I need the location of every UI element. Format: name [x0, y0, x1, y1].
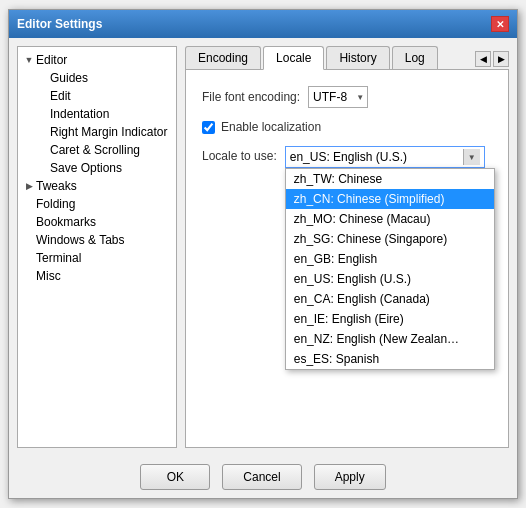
tab-locale[interactable]: Locale	[263, 46, 324, 70]
tree-item-right-margin[interactable]: Right Margin Indicator	[18, 123, 176, 141]
tree-label-tweaks: Tweaks	[36, 179, 77, 193]
tree-label-windows-tabs: Windows & Tabs	[36, 233, 124, 247]
tree-leaf-save-options	[36, 161, 50, 175]
tree-item-save-options[interactable]: Save Options	[18, 159, 176, 177]
tree-leaf-edit	[36, 89, 50, 103]
tree-label-misc: Misc	[36, 269, 61, 283]
locale-option-en_us[interactable]: en_US: English (U.S.)	[286, 269, 494, 289]
tree-item-folding[interactable]: Folding	[18, 195, 176, 213]
tab-bar: EncodingLocaleHistoryLog ◀ ▶	[185, 46, 509, 70]
tree-expand-editor[interactable]: ▼	[22, 53, 36, 67]
apply-button[interactable]: Apply	[314, 464, 386, 490]
file-font-encoding-row: File font encoding: UTF-8	[202, 86, 492, 108]
locale-option-zh_tw[interactable]: zh_TW: Chinese	[286, 169, 494, 189]
file-font-encoding-label: File font encoding:	[202, 90, 300, 104]
tab-nav-buttons: ◀ ▶	[475, 51, 509, 69]
locale-option-en_nz[interactable]: en_NZ: English (New Zealan…	[286, 329, 494, 349]
enable-localization-row: Enable localization	[202, 120, 492, 134]
bottom-bar: OK Cancel Apply	[9, 456, 517, 498]
tree-label-indentation: Indentation	[50, 107, 109, 121]
tree-leaf-guides	[36, 71, 50, 85]
tab-scroll-right[interactable]: ▶	[493, 51, 509, 67]
locale-option-en_ca[interactable]: en_CA: English (Canada)	[286, 289, 494, 309]
title-bar: Editor Settings ✕	[9, 10, 517, 38]
window-title: Editor Settings	[17, 17, 102, 31]
tree-item-windows-tabs[interactable]: Windows & Tabs	[18, 231, 176, 249]
tree-label-right-margin: Right Margin Indicator	[50, 125, 167, 139]
locale-to-use-row: Locale to use: en_US: English (U.S.) ▼ z…	[202, 146, 492, 168]
locale-option-en_gb[interactable]: en_GB: English	[286, 249, 494, 269]
locale-option-en_ie[interactable]: en_IE: English (Eire)	[286, 309, 494, 329]
tree-label-caret: Caret & Scrolling	[50, 143, 140, 157]
tree-label-edit: Edit	[50, 89, 71, 103]
tree-leaf-windows-tabs	[22, 233, 36, 247]
tree-expand-tweaks[interactable]: ▶	[22, 179, 36, 193]
locale-to-use-label: Locale to use:	[202, 146, 277, 163]
tree-item-editor[interactable]: ▼Editor	[18, 51, 176, 69]
locale-option-es_es[interactable]: es_ES: Spanish	[286, 349, 494, 369]
locale-option-zh_cn[interactable]: zh_CN: Chinese (Simplified)	[286, 189, 494, 209]
tree-item-tweaks[interactable]: ▶Tweaks	[18, 177, 176, 195]
tab-log[interactable]: Log	[392, 46, 438, 69]
tab-content-locale: File font encoding: UTF-8 Enable localiz…	[185, 70, 509, 448]
tab-scroll-left[interactable]: ◀	[475, 51, 491, 67]
locale-dropdown-container: en_US: English (U.S.) ▼ zh_TW: Chinesezh…	[285, 146, 485, 168]
file-font-encoding-select-wrapper: UTF-8	[308, 86, 368, 108]
tree-leaf-indentation	[36, 107, 50, 121]
file-font-encoding-select[interactable]: UTF-8	[308, 86, 368, 108]
tree-label-guides: Guides	[50, 71, 88, 85]
close-button[interactable]: ✕	[491, 16, 509, 32]
editor-settings-window: Editor Settings ✕ ▼EditorGuidesEditInden…	[8, 9, 518, 499]
tree-label-save-options: Save Options	[50, 161, 122, 175]
tree-leaf-misc	[22, 269, 36, 283]
tree-leaf-right-margin	[36, 125, 50, 139]
tab-encoding[interactable]: Encoding	[185, 46, 261, 69]
tree-leaf-terminal	[22, 251, 36, 265]
enable-localization-label: Enable localization	[221, 120, 321, 134]
right-panel: EncodingLocaleHistoryLog ◀ ▶ File font e…	[185, 46, 509, 448]
window-body: ▼EditorGuidesEditIndentationRight Margin…	[9, 38, 517, 456]
tree-item-indentation[interactable]: Indentation	[18, 105, 176, 123]
locale-dropdown-list: zh_TW: Chinesezh_CN: Chinese (Simplified…	[285, 168, 495, 370]
enable-localization-checkbox[interactable]	[202, 121, 215, 134]
tree-leaf-bookmarks	[22, 215, 36, 229]
tree-item-terminal[interactable]: Terminal	[18, 249, 176, 267]
locale-option-zh_mo[interactable]: zh_MO: Chinese (Macau)	[286, 209, 494, 229]
cancel-button[interactable]: Cancel	[222, 464, 301, 490]
locale-dropdown-arrow[interactable]: ▼	[463, 149, 480, 165]
tab-history[interactable]: History	[326, 46, 389, 69]
tree-leaf-caret	[36, 143, 50, 157]
tree-label-terminal: Terminal	[36, 251, 81, 265]
tree-item-misc[interactable]: Misc	[18, 267, 176, 285]
locale-option-zh_sg[interactable]: zh_SG: Chinese (Singapore)	[286, 229, 494, 249]
tree-panel: ▼EditorGuidesEditIndentationRight Margin…	[17, 46, 177, 448]
tree-item-bookmarks[interactable]: Bookmarks	[18, 213, 176, 231]
tree-label-folding: Folding	[36, 197, 75, 211]
tree-item-edit[interactable]: Edit	[18, 87, 176, 105]
tree-item-guides[interactable]: Guides	[18, 69, 176, 87]
locale-selected-value: en_US: English (U.S.)	[290, 150, 407, 164]
ok-button[interactable]: OK	[140, 464, 210, 490]
tree-leaf-folding	[22, 197, 36, 211]
locale-dropdown-selected[interactable]: en_US: English (U.S.) ▼	[285, 146, 485, 168]
tree-item-caret[interactable]: Caret & Scrolling	[18, 141, 176, 159]
tree-label-editor: Editor	[36, 53, 67, 67]
tree-label-bookmarks: Bookmarks	[36, 215, 96, 229]
